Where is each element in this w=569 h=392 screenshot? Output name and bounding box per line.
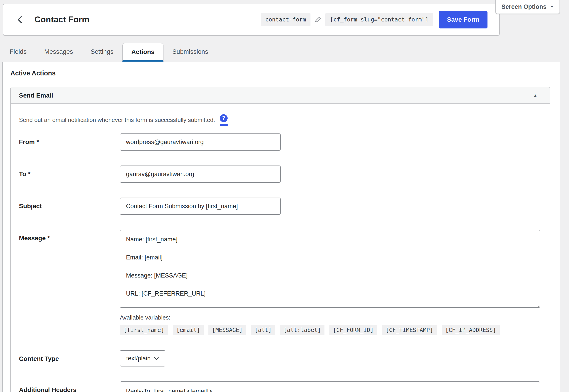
message-label: Message * [19, 230, 120, 242]
edit-slug-button[interactable] [315, 16, 321, 23]
screen-options-toggle[interactable]: Screen Options ▼ [495, 0, 560, 14]
form-slug-chip[interactable]: contact-form [261, 13, 311, 26]
pencil-icon [315, 16, 321, 23]
additional-headers-field-row: Additional Headers Reply-To: [first_name… [19, 381, 550, 392]
tab-submissions[interactable]: Submissions [164, 43, 217, 62]
to-label: To * [19, 166, 120, 178]
from-input[interactable] [120, 133, 281, 151]
panel-description-row: Send out an email notification whenever … [19, 114, 550, 126]
variable-chip[interactable]: [CF_FORM_ID] [329, 325, 377, 335]
back-button[interactable] [15, 15, 25, 25]
subject-input[interactable] [120, 197, 281, 215]
chevron-down-icon [153, 357, 159, 360]
save-form-button[interactable]: Save Form [439, 11, 487, 28]
available-variables-label: Available variables: [120, 314, 540, 321]
actions-tab-panel: Active Actions Send Email ▲ Send out an … [2, 62, 560, 392]
send-email-panel-body: Send out an email notification whenever … [11, 104, 550, 392]
tab-actions[interactable]: Actions [122, 43, 164, 62]
form-header-card: Contact Form contact-form [cf_form slug=… [3, 4, 500, 36]
variable-chip[interactable]: [all] [251, 325, 275, 335]
shortcode-chip: [cf_form slug="contact-form"] [325, 13, 433, 26]
additional-headers-textarea[interactable]: Reply-To: [first_name] <[email]> [120, 381, 540, 392]
subject-field-row: Subject [19, 197, 550, 215]
available-variables-chips: [first_name] [email] [MESSAGE] [all] [al… [120, 325, 540, 335]
variable-chip[interactable]: [CF_IP_ADDRESS] [442, 325, 500, 335]
variable-chip[interactable]: [all:label] [280, 325, 325, 335]
send-email-panel: Send Email ▲ Send out an email notificat… [10, 87, 550, 392]
from-field-row: From * [19, 133, 550, 151]
from-label: From * [19, 133, 120, 146]
variable-chip[interactable]: [first_name] [120, 325, 168, 335]
to-input[interactable] [120, 166, 281, 183]
subject-label: Subject [19, 197, 120, 210]
chevron-up-icon[interactable]: ▲ [533, 93, 538, 98]
message-field-row: Message * Name: [first_name] Email: [ema… [19, 230, 550, 335]
form-tabs: Fields Messages Settings Actions Submiss… [1, 43, 217, 62]
tab-fields[interactable]: Fields [1, 43, 35, 62]
question-icon: ? [220, 114, 228, 122]
chevron-left-icon [15, 15, 25, 24]
variable-chip[interactable]: [MESSAGE] [208, 325, 246, 335]
help-link[interactable]: ? [220, 114, 228, 126]
page-title: Contact Form [35, 15, 89, 24]
send-email-panel-header[interactable]: Send Email ▲ [11, 87, 550, 104]
send-email-panel-title: Send Email [19, 92, 53, 99]
active-actions-heading: Active Actions [10, 70, 560, 77]
tab-messages[interactable]: Messages [35, 43, 82, 62]
panel-description: Send out an email notification whenever … [19, 116, 215, 124]
content-type-label: Content Type [19, 350, 120, 363]
tab-settings[interactable]: Settings [82, 43, 122, 62]
content-type-field-row: Content Type text/plain [19, 350, 550, 366]
content-type-value: text/plain [126, 355, 151, 362]
variable-chip[interactable]: [email] [173, 325, 204, 335]
message-field-column: Name: [first_name] Email: [email] Messag… [120, 230, 540, 335]
screen-options-label: Screen Options [501, 3, 547, 10]
additional-headers-label: Additional Headers [19, 381, 120, 392]
content-type-select[interactable]: text/plain [120, 350, 165, 366]
variable-chip[interactable]: [CF_TIMESTAMP] [382, 325, 437, 335]
to-field-row: To * [19, 166, 550, 183]
message-textarea[interactable]: Name: [first_name] Email: [email] Messag… [120, 230, 540, 308]
chevron-down-icon: ▼ [550, 4, 554, 9]
